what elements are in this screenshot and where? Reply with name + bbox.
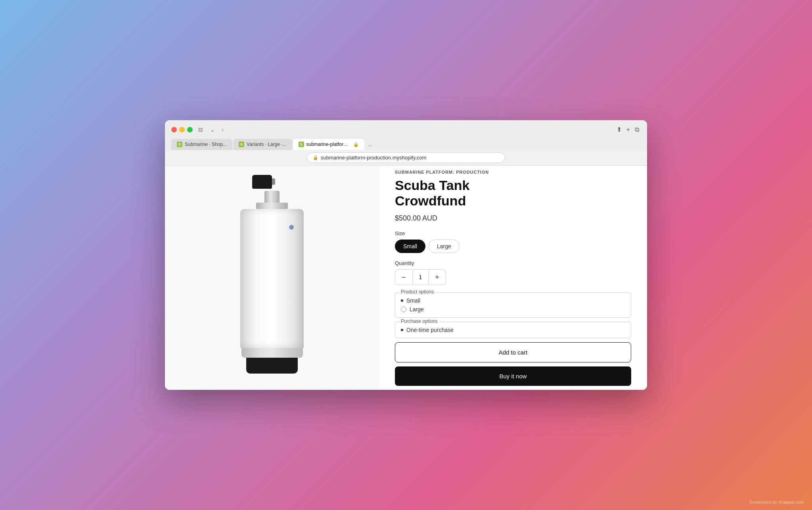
tab-label-1: Submarine · Shop... (185, 142, 227, 147)
option-large[interactable]: Large (401, 306, 625, 313)
product-price: $500.00 AUD (395, 214, 631, 222)
option-small[interactable]: Small (401, 297, 625, 304)
new-tab-button[interactable]: + (625, 125, 632, 135)
buy-it-now-button[interactable]: Buy it now (395, 366, 631, 386)
scuba-tank-image (232, 171, 312, 385)
tab-favicon-2: S (239, 142, 244, 147)
one-time-purchase-label: One-time purchase (406, 327, 454, 333)
size-options: Small Large (395, 240, 631, 253)
chevron-down-button[interactable]: ⌄ (209, 126, 216, 134)
tank-collar (256, 203, 288, 209)
tab-favicon-3: S (299, 142, 304, 147)
product-options-legend: Product options (399, 289, 435, 295)
radio-icon (401, 307, 406, 312)
lock-icon: 🔒 (313, 155, 318, 160)
bullet-icon-2 (401, 329, 403, 331)
sidebar-toggle-button[interactable]: ⊟ (197, 126, 205, 134)
screenshot-credit: Screenshot by Xnapper.com (749, 500, 804, 504)
tank-body (240, 209, 304, 348)
traffic-lights (171, 127, 193, 132)
add-to-cart-button[interactable]: Add to cart (395, 342, 631, 362)
option-one-time[interactable]: One-time purchase (401, 327, 625, 333)
tab-favicon-1: S (177, 142, 182, 147)
quantity-value: 1 (412, 270, 429, 284)
option-small-label: Small (406, 297, 420, 304)
tab-label-3: submarine-platform-production.myshopify.… (306, 142, 349, 147)
size-large-button[interactable]: Large (429, 240, 460, 253)
tabs-button[interactable]: ⧉ (633, 125, 641, 135)
quantity-label: Quantity (395, 260, 631, 266)
tabs-row: S Submarine · Shop... S Variants · Large… (171, 139, 641, 150)
quantity-decrease-button[interactable]: − (395, 270, 412, 285)
address-text: submarine-platform-production.myshopify.… (321, 155, 426, 161)
bullet-icon (401, 299, 403, 302)
browser-window: ⊟ ⌄ ‹ ⬆ + ⧉ S Submarine · Shop... S Vari… (165, 120, 647, 390)
back-button[interactable]: ‹ (220, 125, 225, 134)
minimize-button[interactable] (179, 127, 185, 132)
size-small-button[interactable]: Small (395, 240, 425, 253)
product-details-section: SUBMARINE PLATFORM: PRODUCTION Scuba Tan… (379, 166, 647, 390)
purchase-options-group: Purchase options One-time purchase (395, 322, 631, 338)
purchase-options-legend: Purchase options (399, 318, 439, 324)
valve-assembly (248, 171, 296, 203)
store-name: SUBMARINE PLATFORM: PRODUCTION (395, 170, 631, 174)
quantity-increase-button[interactable]: + (429, 270, 446, 285)
option-large-label: Large (410, 306, 424, 313)
address-bar-row: 🔒 submarine-platform-production.myshopif… (165, 150, 647, 166)
tab-label-2: Variants · Large ·... (247, 142, 287, 147)
browser-chrome: ⊟ ⌄ ‹ ⬆ + ⧉ S Submarine · Shop... S Vari… (165, 120, 647, 166)
address-bar[interactable]: 🔒 submarine-platform-production.myshopif… (307, 152, 505, 163)
more-tabs-button[interactable]: ··· (367, 141, 374, 150)
tank-bottom-cap (241, 348, 303, 358)
tab-submarine-shop[interactable]: S Submarine · Shop... (171, 139, 232, 150)
quantity-control: − 1 + (395, 269, 446, 285)
close-button[interactable] (171, 127, 177, 132)
tank-label-dot (289, 225, 294, 230)
tab-active[interactable]: S submarine-platform-production.myshopif… (293, 139, 364, 150)
toolbar-right: ⬆ + ⧉ (615, 124, 641, 135)
product-title-line1: Scuba Tank (395, 178, 469, 193)
tank-base (246, 358, 298, 374)
product-image-section (165, 166, 379, 390)
size-label: Size (395, 230, 631, 236)
valve-handle (252, 175, 272, 189)
browser-controls: ⊟ ⌄ ‹ ⬆ + ⧉ (171, 124, 641, 135)
product-title-line2: Crowdfund (395, 193, 466, 208)
tab-variants[interactable]: S Variants · Large ·... (233, 139, 292, 150)
share-button[interactable]: ⬆ (615, 124, 623, 135)
valve-neck (264, 191, 280, 203)
product-title: Scuba Tank Crowdfund (395, 178, 631, 209)
product-options-group: Product options Small Large (395, 292, 631, 318)
page-content: SUBMARINE PLATFORM: PRODUCTION Scuba Tan… (165, 166, 647, 390)
maximize-button[interactable] (187, 127, 193, 132)
